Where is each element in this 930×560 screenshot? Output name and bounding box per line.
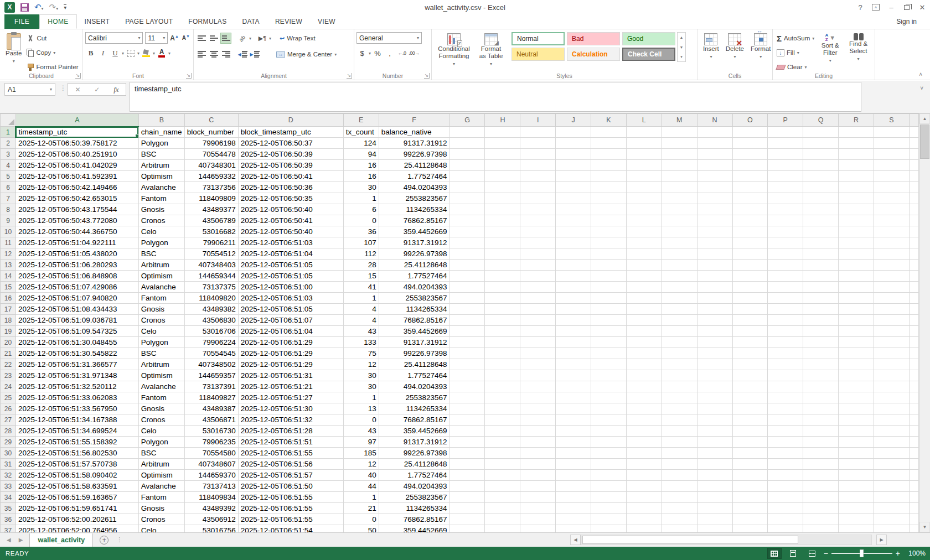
cell[interactable] xyxy=(591,459,627,470)
cell[interactable]: 1 xyxy=(343,293,379,304)
cell[interactable] xyxy=(556,271,591,282)
cell[interactable] xyxy=(626,171,662,182)
cell[interactable]: 44 xyxy=(343,481,379,492)
scroll-up-icon[interactable]: ▲ xyxy=(919,113,930,124)
restore-button[interactable] xyxy=(899,1,914,14)
cell[interactable] xyxy=(450,260,485,271)
cell[interactable]: Polygon xyxy=(138,437,184,448)
row-header-17[interactable]: 17 xyxy=(1,304,16,315)
cell[interactable] xyxy=(839,149,874,160)
cell[interactable] xyxy=(485,470,520,481)
cell[interactable] xyxy=(626,127,662,138)
cell[interactable]: 6 xyxy=(343,204,379,215)
cell[interactable] xyxy=(626,525,662,533)
row-header-36[interactable]: 36 xyxy=(1,514,16,525)
undo-dropdown-icon[interactable]: ▾ xyxy=(42,6,44,11)
cell[interactable] xyxy=(662,370,697,381)
cell[interactable] xyxy=(909,514,918,525)
cell[interactable] xyxy=(839,326,874,337)
cell[interactable] xyxy=(520,448,556,459)
cell[interactable] xyxy=(520,470,556,481)
cell[interactable] xyxy=(450,525,485,533)
cell[interactable] xyxy=(556,481,591,492)
cell[interactable] xyxy=(556,337,591,348)
cell[interactable] xyxy=(839,215,874,226)
column-header-O[interactable]: O xyxy=(732,114,768,127)
cell[interactable] xyxy=(662,448,697,459)
row-header-20[interactable]: 20 xyxy=(1,337,16,348)
cell[interactable]: 2025-12-05T06:51:04 xyxy=(238,326,343,337)
cell[interactable] xyxy=(874,392,909,403)
cell[interactable]: 73137391 xyxy=(184,381,238,392)
cell[interactable]: 73137375 xyxy=(184,282,238,293)
cell[interactable] xyxy=(520,370,556,381)
cell[interactable] xyxy=(450,304,485,315)
cell[interactable] xyxy=(450,326,485,337)
cell[interactable] xyxy=(909,459,918,470)
cell[interactable]: 185 xyxy=(343,448,379,459)
row-header-9[interactable]: 9 xyxy=(1,215,16,226)
cell[interactable]: 407348403 xyxy=(184,260,238,271)
cell[interactable] xyxy=(732,437,768,448)
cell[interactable]: Cronos xyxy=(138,315,184,326)
cell[interactable]: 91317.31912 xyxy=(379,337,450,348)
cell[interactable]: 2025-12-05T06:51:27 xyxy=(238,392,343,403)
copy-dropdown-icon[interactable]: ▾ xyxy=(53,50,55,55)
cell[interactable] xyxy=(803,182,839,193)
cell[interactable] xyxy=(556,381,591,392)
cell[interactable] xyxy=(450,293,485,304)
cell[interactable] xyxy=(626,437,662,448)
number-format-combo[interactable]: General▾ xyxy=(356,32,422,44)
column-header-D[interactable]: D xyxy=(238,114,343,127)
cell[interactable]: 2025-12-05T06:51:59.163657 xyxy=(16,492,138,503)
cell[interactable]: 2025-12-05T06:51:07.940820 xyxy=(16,293,138,304)
cell[interactable]: 2025-12-05T06:51:50 xyxy=(238,481,343,492)
cell[interactable] xyxy=(874,459,909,470)
cell[interactable] xyxy=(450,403,485,414)
cell[interactable]: Optimism xyxy=(138,271,184,282)
cell[interactable] xyxy=(874,226,909,237)
cell[interactable]: 2025-12-05T06:51:33.062083 xyxy=(16,392,138,403)
copy-button[interactable]: Copy▾ xyxy=(25,46,80,59)
cell[interactable] xyxy=(556,293,591,304)
cell[interactable] xyxy=(839,237,874,248)
cell[interactable] xyxy=(732,204,768,215)
cell[interactable]: BSC xyxy=(138,448,184,459)
cell[interactable] xyxy=(803,392,839,403)
cell[interactable] xyxy=(556,392,591,403)
cell[interactable] xyxy=(662,337,697,348)
cell[interactable] xyxy=(450,160,485,171)
cell[interactable] xyxy=(591,381,627,392)
cell[interactable] xyxy=(732,381,768,392)
cell[interactable] xyxy=(485,392,520,403)
cell[interactable] xyxy=(768,160,803,171)
cell[interactable] xyxy=(803,514,839,525)
undo-button[interactable]: ↶▾ xyxy=(34,2,44,12)
cell[interactable]: 2025-12-05T06:51:32 xyxy=(238,414,343,426)
cell[interactable] xyxy=(732,337,768,348)
cell[interactable] xyxy=(662,403,697,414)
cell[interactable]: 94 xyxy=(343,149,379,160)
cell[interactable] xyxy=(839,260,874,271)
cell[interactable] xyxy=(874,182,909,193)
cell[interactable] xyxy=(662,481,697,492)
cell[interactable] xyxy=(874,282,909,293)
cell[interactable]: 2025-12-05T06:51:29 xyxy=(238,337,343,348)
cell[interactable] xyxy=(909,171,918,182)
cell[interactable] xyxy=(697,492,732,503)
cell[interactable] xyxy=(450,138,485,149)
cell[interactable] xyxy=(732,470,768,481)
cell[interactable] xyxy=(732,525,768,533)
cell[interactable] xyxy=(697,315,732,326)
cell[interactable] xyxy=(697,215,732,226)
scroll-down-icon[interactable]: ▼ xyxy=(919,522,930,532)
cell[interactable] xyxy=(909,426,918,437)
increase-font-size-button[interactable]: A▲ xyxy=(169,34,180,42)
cell[interactable] xyxy=(874,127,909,138)
borders-dropdown-icon[interactable]: ▾ xyxy=(137,51,140,56)
cell[interactable]: Optimism xyxy=(138,470,184,481)
cell[interactable] xyxy=(626,426,662,437)
cell[interactable]: 359.4452669 xyxy=(379,226,450,237)
comma-style-button[interactable]: , xyxy=(384,48,395,59)
cell[interactable] xyxy=(485,293,520,304)
